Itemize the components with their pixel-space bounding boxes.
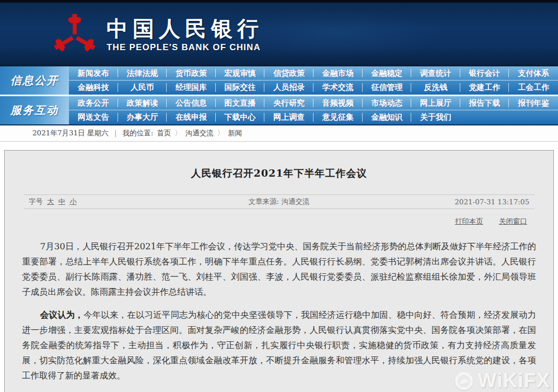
pboc-emblem-icon [53,11,96,59]
nav-item[interactable]: 新闻发布 [69,66,118,80]
nav-item[interactable]: 工会工作 [509,80,558,95]
current-date: 2021年7月31日 星期六 [32,129,108,138]
article-meta-bar: 字号 大 中 小 文章来源: 沟通交流 2021-07-31 13:17:05 [24,194,534,209]
nav-item[interactable]: 报刊年鉴 [509,96,558,110]
nav-item[interactable]: 下载中心 [216,110,265,124]
nav-group-service: 政务公开 政策解读 公告信息 图文直播 央行研究 音频视频 市场动态 网上展厅 … [69,96,558,124]
paragraph-2-lead: 会议认为， [40,310,84,320]
breadcrumb-separator: 〉 [175,129,182,138]
source-label: 文章来源: [249,197,282,205]
nav-section-service-interaction[interactable]: 服务互动 [0,96,69,124]
nav-item[interactable]: 支付体系 [509,66,558,80]
paragraph-2: 会议认为，今年以来，在以习近平同志为核心的党中央坚强领导下，我国经济运行稳中加固… [22,307,536,383]
site-header: 中国人民银行 THE PEOPLE'S BANK OF CHINA [0,0,558,66]
bank-logo[interactable]: 中国人民银行 THE PEOPLE'S BANK OF CHINA [0,3,558,59]
nav-section-tabs: 信息公开 服务互动 [0,66,69,124]
brand-text: 中国人民银行 THE PEOPLE'S BANK OF CHINA [107,17,263,53]
nav-item[interactable]: 人民币 [118,80,167,95]
nav-item[interactable]: 音频视频 [313,96,363,110]
bank-name-en: THE PEOPLE'S BANK OF CHINA [107,42,263,53]
nav-item[interactable]: 金融科技 [69,80,118,95]
nav-item[interactable]: 金融知识 [363,110,412,124]
nav-item[interactable]: 货币政策 [167,66,216,80]
nav-item[interactable]: 反洗钱 [411,80,460,95]
nav-item[interactable]: 公告信息 [167,96,216,110]
breadcrumb-divider: ｜ [112,129,119,138]
breadcrumb-home[interactable]: 首页 [157,129,171,138]
nav-item[interactable]: 银行会计 [460,66,509,80]
nav-item[interactable]: 办事大厅 [118,110,167,124]
nav-item[interactable]: 关于我们 [411,110,460,124]
nav-section-info-disclosure[interactable]: 信息公开 [0,66,69,95]
paragraph-1: 7月30日，人民银行召开2021年下半年工作会议，传达学习党中央、国务院关于当前… [22,239,536,299]
nav-item[interactable]: 国际交往 [216,80,265,95]
nav-row-4: 网送文告 办事大厅 在线申报 下载中心 网上调查 意见征集 金融知识 关于我们 [69,110,558,124]
article-title: 人民银行召开2021年下半年工作会议 [5,151,553,180]
nav-row-1: 新闻发布 法律法规 货币政策 宏观审慎 信贷政策 金融市场 金融稳定 调查统计 … [69,66,558,80]
nav-item[interactable]: 网送文告 [69,110,118,124]
nav-item[interactable]: 政策解读 [118,96,167,110]
breadcrumb: 2021年7月31日 星期六 ｜ 我的位置: 首页 〉 沟通交流 〉 新闻 [0,125,558,142]
nav-item[interactable]: 金融稳定 [363,66,412,80]
article-body: 7月30日，人民银行召开2021年下半年工作会议，传达学习党中央、国务院关于当前… [22,239,536,383]
nav-item[interactable]: 网上调查 [264,110,313,124]
nav-item[interactable]: 经理国库 [167,80,216,95]
breadcrumb-communication[interactable]: 沟通交流 [185,129,214,138]
nav-item[interactable]: 图文直播 [216,96,265,110]
article-datetime: 2021-07-31 13:17:05 [451,198,529,206]
nav-item[interactable]: 政务公开 [69,96,118,110]
nav-item[interactable]: 央行研究 [264,96,313,110]
source-value: 沟通交流 [281,197,309,205]
nav-row-3: 政务公开 政策解读 公告信息 图文直播 央行研究 音频视频 市场动态 网上展厅 … [69,96,558,110]
nav-item[interactable]: 在线申报 [167,110,216,124]
nav-cell-empty [509,110,558,124]
bank-name-cn: 中国人民银行 [107,17,263,41]
paragraph-2-rest: 今年以来，在以习近平同志为核心的党中央坚强领导下，我国经济运行稳中加固、稳中向好… [22,310,536,381]
nav-cell-empty [460,110,509,124]
nav-item[interactable]: 意见征集 [313,110,363,124]
close-window-link[interactable]: 关闭窗口 [499,217,527,225]
nav-item[interactable]: 报告下载 [460,96,509,110]
nav-item[interactable]: 学术交流 [313,80,363,95]
nav-row-2: 金融科技 人民币 经理国库 国际交往 人员招录 学术交流 征信管理 反洗钱 党建… [69,80,558,95]
article-panel: 人民银行召开2021年下半年工作会议 字号 大 中 小 文章来源: 沟通交流 2… [4,150,554,392]
location-label: 我的位置: [123,129,154,138]
nav-item[interactable]: 法律法规 [118,66,167,80]
nav-item[interactable]: 宏观审慎 [216,66,265,80]
print-page-link[interactable]: 打印本页 [455,217,483,225]
breadcrumb-news[interactable]: 新闻 [228,129,242,138]
nav-item[interactable]: 征信管理 [363,80,412,95]
nav-group-info: 新闻发布 法律法规 货币政策 宏观审慎 信贷政策 金融市场 金融稳定 调查统计 … [69,66,558,95]
nav-item[interactable]: 人员招录 [264,80,313,95]
nav-item[interactable]: 信贷政策 [264,66,313,80]
nav-menu: 新闻发布 法律法规 货币政策 宏观审慎 信贷政策 金融市场 金融稳定 调查统计 … [69,66,558,124]
nav-item[interactable]: 金融市场 [313,66,363,80]
nav-item[interactable]: 党建工作 [460,80,509,95]
article-actions: 打印本页 关闭窗口 [5,217,527,226]
nav-item[interactable]: 市场动态 [363,96,412,110]
breadcrumb-separator: 〉 [217,129,225,138]
nav-item[interactable]: 调查统计 [411,66,460,80]
nav-item[interactable]: 网上展厅 [411,96,460,110]
main-navigation: 信息公开 服务互动 新闻发布 法律法规 货币政策 宏观审慎 信贷政策 金融市场 … [0,66,558,125]
